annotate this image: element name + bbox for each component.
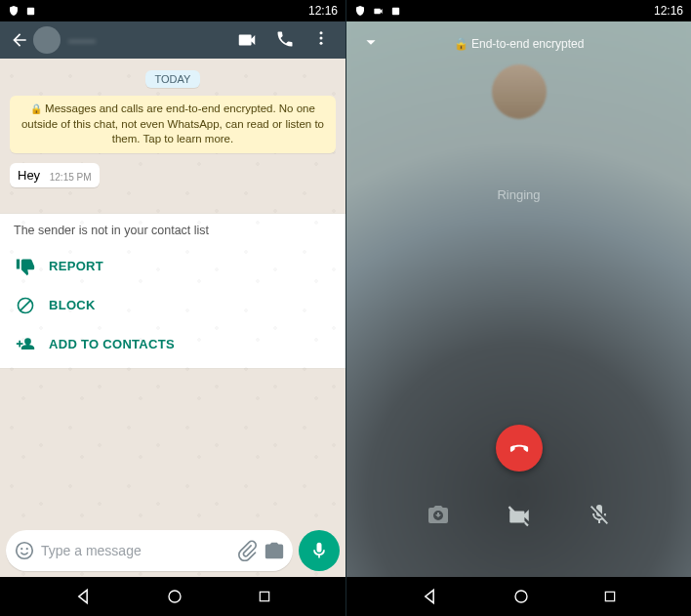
encryption-notice[interactable]: 🔒Messages and calls are end-to-end encry…	[10, 96, 336, 153]
toggle-mic-icon[interactable]	[588, 503, 611, 526]
square-icon	[25, 6, 36, 17]
status-time: 12:16	[654, 4, 683, 18]
video-indicator-icon	[372, 6, 385, 17]
svg-point-7	[169, 591, 181, 602]
nav-home-icon[interactable]	[166, 588, 183, 605]
call-screen: 🔒 End-to-end encrypted Ringing	[346, 21, 691, 577]
chat-pane: 12:16 —— TODAY 🔒Messages and calls are e…	[0, 0, 346, 616]
message-input-dock	[0, 524, 346, 577]
shield-icon	[354, 5, 366, 17]
hangup-button[interactable]	[496, 425, 543, 472]
emoji-icon[interactable]	[14, 540, 35, 561]
status-time: 12:16	[308, 4, 338, 18]
incoming-message[interactable]: Hey 12:15 PM	[10, 163, 100, 187]
nav-home-icon[interactable]	[512, 588, 530, 605]
call-status: Ringing	[346, 187, 691, 202]
svg-rect-9	[392, 7, 399, 14]
status-bar: 12:16	[346, 0, 691, 21]
back-button[interactable]	[6, 30, 33, 50]
contact-name[interactable]: ——	[68, 32, 236, 48]
message-text: Hey	[18, 168, 40, 183]
message-input[interactable]	[41, 543, 230, 558]
svg-point-10	[515, 591, 527, 602]
video-call-icon[interactable]	[236, 29, 258, 51]
svg-point-2	[320, 37, 323, 40]
voice-call-icon[interactable]	[275, 29, 295, 49]
status-bar: 12:16	[0, 0, 346, 21]
call-encryption-label: 🔒 End-to-end encrypted	[395, 37, 642, 51]
camera-icon[interactable]	[264, 540, 285, 561]
svg-rect-8	[260, 592, 268, 600]
nav-back-icon[interactable]	[420, 587, 439, 606]
call-avatar	[492, 64, 547, 119]
nav-recents-icon[interactable]	[602, 589, 618, 604]
svg-rect-11	[606, 592, 615, 600]
message-input-wrap	[6, 530, 293, 571]
svg-point-5	[20, 548, 22, 550]
chat-body: TODAY 🔒Messages and calls are end-to-end…	[0, 59, 346, 577]
attach-icon[interactable]	[236, 540, 258, 561]
minimize-call-button[interactable]	[360, 31, 386, 57]
svg-point-1	[320, 31, 323, 34]
android-navbar	[346, 577, 691, 616]
svg-point-4	[17, 543, 33, 559]
switch-camera-icon[interactable]	[427, 503, 450, 526]
svg-rect-0	[27, 7, 34, 14]
nav-back-icon[interactable]	[73, 587, 93, 606]
mic-button[interactable]	[299, 530, 340, 571]
svg-point-3	[320, 42, 323, 45]
lock-icon: 🔒	[30, 103, 42, 114]
toggle-video-icon[interactable]	[507, 503, 532, 528]
contact-avatar[interactable]	[33, 26, 61, 54]
date-separator: TODAY	[145, 70, 201, 88]
message-time: 12:15 PM	[50, 172, 92, 183]
square-icon	[390, 6, 401, 17]
chat-header: ——	[0, 21, 346, 59]
nav-recents-icon[interactable]	[257, 589, 272, 604]
svg-point-6	[26, 548, 28, 550]
call-pane: 12:16 🔒 End-to-end encrypted Ringing	[346, 0, 691, 616]
more-menu-icon[interactable]	[312, 29, 330, 47]
lock-icon: 🔒	[454, 37, 468, 51]
shield-icon	[8, 5, 20, 17]
android-navbar	[0, 577, 346, 616]
